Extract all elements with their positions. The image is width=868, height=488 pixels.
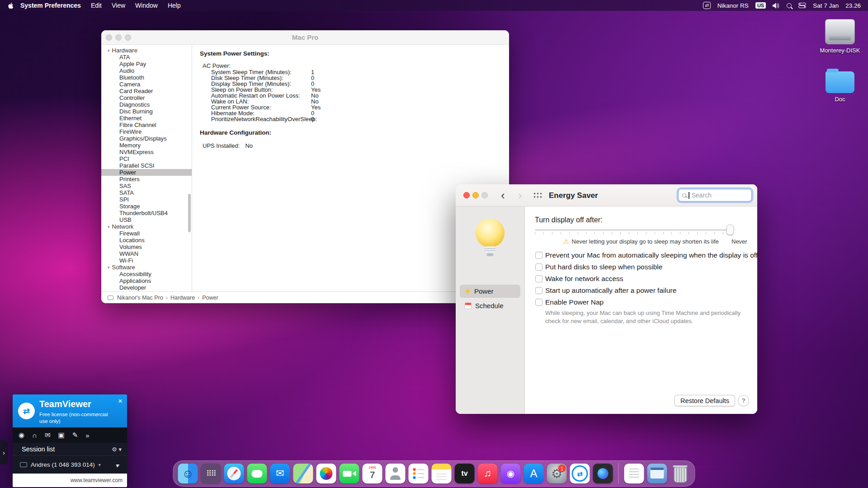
breadcrumb-item[interactable]: Power bbox=[202, 295, 218, 301]
disclosure-triangle-icon[interactable]: ▾ bbox=[108, 225, 110, 229]
messages-icon[interactable] bbox=[247, 464, 267, 483]
teamviewer-website-link[interactable]: www.teamviewer.com bbox=[71, 477, 123, 483]
tree-item-power[interactable]: Power bbox=[101, 169, 192, 176]
menu-view[interactable]: View bbox=[112, 2, 125, 9]
apple-menu-icon[interactable] bbox=[7, 2, 14, 9]
search-input[interactable] bbox=[692, 192, 748, 199]
tree-section-software[interactable]: ▾Software bbox=[101, 264, 192, 271]
video-icon[interactable]: ◉ bbox=[19, 431, 24, 439]
tree-item-thunderbolt-usb4[interactable]: Thunderbolt/USB4 bbox=[101, 210, 192, 216]
disclosure-triangle-icon[interactable]: ▾ bbox=[108, 48, 110, 53]
system-preferences-icon[interactable]: 1 bbox=[547, 464, 567, 483]
tree-item-parallel-scsi[interactable]: Parallel SCSI bbox=[101, 162, 192, 169]
teamviewer-menu-icon[interactable]: ⇄ bbox=[703, 2, 710, 9]
tree-item-fibre-channel[interactable]: Fibre Channel bbox=[101, 122, 192, 128]
tree-item-firewire[interactable]: FireWire bbox=[101, 128, 192, 135]
siri-icon[interactable] bbox=[593, 464, 613, 483]
checkbox[interactable] bbox=[535, 252, 542, 259]
tree-item-nvmexpress[interactable]: NVMExpress bbox=[101, 149, 192, 155]
back-button[interactable]: ‹ bbox=[501, 184, 505, 206]
tree-item-card-reader[interactable]: Card Reader bbox=[101, 88, 192, 94]
calendar-icon[interactable]: JAN7 bbox=[363, 464, 382, 483]
keyboard-layout-badge[interactable]: US bbox=[755, 2, 766, 9]
tree-section-network[interactable]: ▾Network bbox=[101, 223, 192, 230]
tree-item-sas[interactable]: SAS bbox=[101, 183, 192, 189]
whiteboard-icon[interactable]: ✎ bbox=[72, 431, 78, 439]
tree-item-spi[interactable]: SPI bbox=[101, 196, 192, 203]
tree-item-pci[interactable]: PCI bbox=[101, 155, 192, 162]
volume-icon[interactable] bbox=[773, 3, 780, 9]
tree-item-locations[interactable]: Locations bbox=[101, 237, 192, 244]
document-icon[interactable] bbox=[624, 464, 644, 483]
notes-icon[interactable] bbox=[432, 464, 452, 483]
energy-sidebar-item-power[interactable]: Power bbox=[460, 285, 520, 298]
tree-item-bluetooth[interactable]: Bluetooth bbox=[101, 74, 192, 81]
slider-thumb[interactable] bbox=[726, 225, 734, 235]
contacts-icon[interactable] bbox=[386, 464, 406, 483]
mail-icon[interactable] bbox=[270, 464, 290, 483]
checkbox[interactable] bbox=[535, 263, 542, 271]
close-button[interactable] bbox=[106, 34, 112, 41]
menubar-username[interactable]: Nikanor RS bbox=[717, 2, 749, 9]
chevron-down-icon[interactable]: ▾ bbox=[99, 462, 101, 467]
finder-icon[interactable] bbox=[178, 464, 198, 483]
tree-item-sata[interactable]: SATA bbox=[101, 189, 192, 196]
tree-item-audio[interactable]: Audio bbox=[101, 67, 192, 74]
tree-item-wi-fi[interactable]: Wi-Fi bbox=[101, 257, 192, 264]
menu-system-preferences[interactable]: System Preferences bbox=[20, 2, 81, 9]
tv-icon[interactable]: tv bbox=[455, 464, 475, 483]
search-field[interactable] bbox=[678, 189, 752, 202]
tree-item-apple-pay[interactable]: Apple Pay bbox=[101, 61, 192, 67]
control-center-icon[interactable] bbox=[798, 3, 806, 8]
teamviewer-icon[interactable]: ⇄ bbox=[570, 464, 590, 483]
zoom-button[interactable] bbox=[125, 34, 131, 41]
window-toolbar[interactable]: ‹ › Energy Saver bbox=[456, 184, 757, 206]
tree-item-developer[interactable]: Developer bbox=[101, 284, 192, 291]
tree-item-diagnostics[interactable]: Diagnostics bbox=[101, 101, 192, 108]
tree-item-storage[interactable]: Storage bbox=[101, 203, 192, 210]
tree-section-hardware[interactable]: ▾Hardware bbox=[101, 47, 192, 54]
maps-icon[interactable] bbox=[293, 464, 313, 483]
launchpad-icon[interactable] bbox=[201, 464, 221, 483]
tree-item-camera[interactable]: Camera bbox=[101, 81, 192, 88]
checkbox[interactable] bbox=[535, 275, 542, 282]
tree-item-disc-burning[interactable]: Disc Burning bbox=[101, 108, 192, 115]
facetime-icon[interactable] bbox=[340, 464, 359, 483]
reminders-icon[interactable] bbox=[409, 464, 429, 483]
tree-item-printers[interactable]: Printers bbox=[101, 176, 192, 183]
tree-item-controller[interactable]: Controller bbox=[101, 94, 192, 101]
podcasts-icon[interactable] bbox=[501, 464, 521, 483]
tree-item-firewall[interactable]: Firewall bbox=[101, 230, 192, 237]
session-row[interactable]: Andres (1 048 393 014) ▾ ► bbox=[13, 456, 127, 474]
trash-icon[interactable] bbox=[670, 464, 690, 483]
show-all-icon[interactable] bbox=[533, 192, 543, 199]
menu-help[interactable]: Help bbox=[168, 2, 181, 9]
forward-button[interactable]: › bbox=[518, 184, 522, 206]
disclosure-triangle-icon[interactable]: ▾ bbox=[108, 265, 110, 270]
gear-icon[interactable]: ⚙ ▾ bbox=[112, 446, 122, 453]
desktop-icon-monterey-disk[interactable]: Monterey-DISK bbox=[813, 19, 867, 54]
chat-icon[interactable]: ✉ bbox=[45, 431, 51, 439]
energy-sidebar-item-schedule[interactable]: Schedule bbox=[460, 299, 520, 312]
spotlight-icon[interactable] bbox=[787, 3, 792, 8]
close-icon[interactable]: × bbox=[118, 397, 123, 406]
help-button[interactable]: ? bbox=[738, 395, 749, 406]
app-store-icon[interactable]: A bbox=[524, 464, 544, 483]
breadcrumb-item[interactable]: Nikanor's Mac Pro bbox=[117, 295, 163, 301]
safari-icon[interactable] bbox=[224, 464, 244, 483]
tree-item-accessibility[interactable]: Accessibility bbox=[101, 271, 192, 277]
tree-item-usb[interactable]: USB bbox=[101, 216, 192, 223]
close-button[interactable] bbox=[463, 192, 470, 198]
tree-item-applications[interactable]: Applications bbox=[101, 277, 192, 284]
checkbox[interactable] bbox=[535, 287, 542, 294]
tree-item-graphics-displays[interactable]: Graphics/Displays bbox=[101, 135, 192, 142]
sidebar-scrollbar[interactable] bbox=[188, 194, 191, 232]
tree-item-wwan[interactable]: WWAN bbox=[101, 250, 192, 257]
minimize-button[interactable] bbox=[472, 192, 479, 198]
menubar-time[interactable]: 23.26 bbox=[845, 2, 861, 9]
zoom-button[interactable] bbox=[481, 192, 488, 198]
menubar-date[interactable]: Sat 7 Jan bbox=[813, 2, 839, 9]
teamviewer-collapse-tab[interactable]: › bbox=[0, 440, 8, 465]
photos-icon[interactable] bbox=[316, 464, 336, 483]
tree-item-volumes[interactable]: Volumes bbox=[101, 244, 192, 250]
